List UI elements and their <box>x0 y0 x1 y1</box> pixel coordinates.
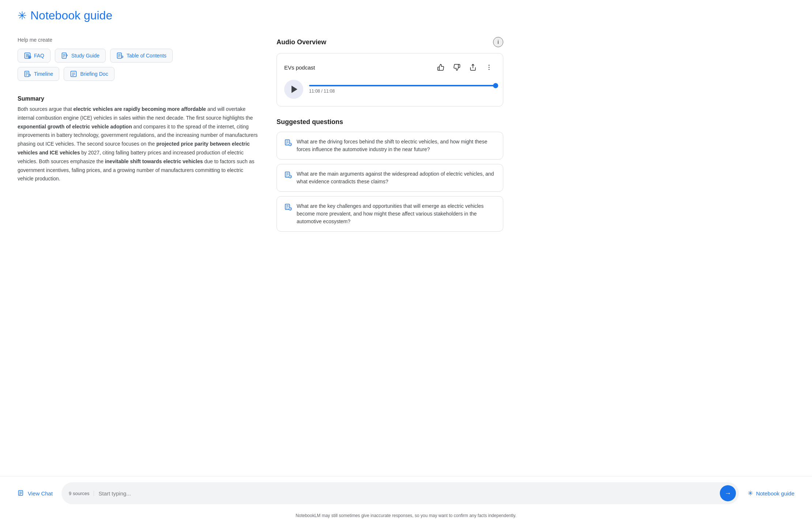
timeline-icon <box>24 70 31 78</box>
question-card-2[interactable]: ? What are the main arguments against th… <box>277 164 503 192</box>
chips-row-1: ? FAQ Study Guide <box>18 49 259 63</box>
summary-section: Summary Both sources argue that electric… <box>18 96 259 183</box>
svg-text:?: ? <box>290 208 291 210</box>
audio-card: EVs podcast <box>277 53 503 106</box>
send-arrow-icon: → <box>725 490 731 497</box>
chip-study-guide-label: Study Guide <box>71 53 99 59</box>
notebook-guide-button[interactable]: ✳ Notebook guide <box>748 489 794 497</box>
audio-overview-title: Audio Overview <box>277 38 326 46</box>
play-icon <box>292 86 297 93</box>
svg-point-29 <box>489 69 490 70</box>
chip-table-of-contents-label: Table of Contents <box>127 53 166 59</box>
play-button[interactable] <box>284 80 303 99</box>
notebook-guide-label: Notebook guide <box>756 490 794 497</box>
svg-text:?: ? <box>290 143 291 146</box>
app-title: ✳ Notebook guide <box>18 9 112 22</box>
suggested-questions-section: Suggested questions ? What are the drivi… <box>277 118 503 232</box>
footer-disclaimer: NotebookLM may still sometimes give inac… <box>0 510 812 524</box>
progress-fill <box>309 85 496 86</box>
main-content: Help me create ? FAQ <box>0 28 812 476</box>
info-button[interactable]: i <box>493 37 503 47</box>
chip-faq[interactable]: ? FAQ <box>18 49 50 63</box>
svg-text:?: ? <box>290 176 291 178</box>
summary-title: Summary <box>18 96 259 102</box>
header: ✳ Notebook guide <box>0 0 812 28</box>
podcast-title: EVs podcast <box>284 64 315 71</box>
question-card-3[interactable]: ? What are the key challenges and opport… <box>277 196 503 232</box>
progress-dot <box>493 83 498 88</box>
view-chat-button[interactable]: View Chat <box>18 487 53 500</box>
audio-time: 11:08 / 11:08 <box>309 89 496 94</box>
progress-track[interactable] <box>309 85 496 86</box>
table-of-contents-icon <box>116 52 124 59</box>
share-button[interactable] <box>466 61 480 74</box>
thumbs-down-button[interactable] <box>450 61 463 74</box>
question-card-1[interactable]: ? What are the driving forces behind the… <box>277 132 503 160</box>
search-bar: 9 sources → <box>61 482 739 504</box>
chip-faq-label: FAQ <box>34 53 44 59</box>
send-button[interactable]: → <box>720 485 736 501</box>
chip-briefing-doc-label: Briefing Doc <box>80 71 108 77</box>
more-options-button[interactable] <box>482 61 496 74</box>
right-panel: Audio Overview i EVs podcast <box>277 37 503 467</box>
question-icon-3: ? <box>284 203 292 211</box>
svg-rect-48 <box>19 491 23 495</box>
chips-row-2: Timeline Briefing Doc <box>18 67 259 81</box>
briefing-doc-icon <box>70 70 77 78</box>
help-label: Help me create <box>18 37 259 43</box>
audio-card-header: EVs podcast <box>284 61 496 74</box>
chip-table-of-contents[interactable]: Table of Contents <box>110 49 173 63</box>
suggested-questions-title: Suggested questions <box>277 118 503 126</box>
view-chat-label: View Chat <box>28 490 53 497</box>
question-text-3: What are the key challenges and opportun… <box>297 202 496 225</box>
svg-rect-22 <box>71 71 76 77</box>
notebook-star-icon: ✳ <box>748 489 753 497</box>
app-title-text: Notebook guide <box>30 9 112 22</box>
chip-timeline[interactable]: Timeline <box>18 67 59 81</box>
question-text-2: What are the main arguments against the … <box>297 170 496 186</box>
audio-controls-right <box>434 61 496 74</box>
sources-badge: 9 sources <box>69 491 94 496</box>
audio-progress[interactable]: 11:08 / 11:08 <box>309 85 496 94</box>
question-icon-2: ? <box>284 171 292 179</box>
chip-briefing-doc[interactable]: Briefing Doc <box>64 67 114 81</box>
thumbs-up-button[interactable] <box>434 61 447 74</box>
audio-overview-header: Audio Overview i <box>277 37 503 47</box>
audio-player: 11:08 / 11:08 <box>284 80 496 99</box>
bottom-bar: View Chat 9 sources → ✳ Notebook guide <box>0 476 812 510</box>
svg-text:?: ? <box>29 56 30 59</box>
summary-text: Both sources argue that electric vehicle… <box>18 105 259 183</box>
question-text-1: What are the driving forces behind the s… <box>297 138 496 153</box>
study-guide-icon <box>61 52 68 59</box>
svg-point-28 <box>489 67 490 68</box>
star-icon: ✳ <box>18 9 27 22</box>
question-icon-1: ? <box>284 139 292 147</box>
faq-icon: ? <box>24 52 31 59</box>
left-panel: Help me create ? FAQ <box>18 37 259 467</box>
chip-study-guide[interactable]: Study Guide <box>55 49 106 63</box>
chip-timeline-label: Timeline <box>34 71 53 77</box>
search-input[interactable] <box>98 490 715 497</box>
chat-icon <box>18 490 25 497</box>
svg-point-27 <box>489 65 490 66</box>
